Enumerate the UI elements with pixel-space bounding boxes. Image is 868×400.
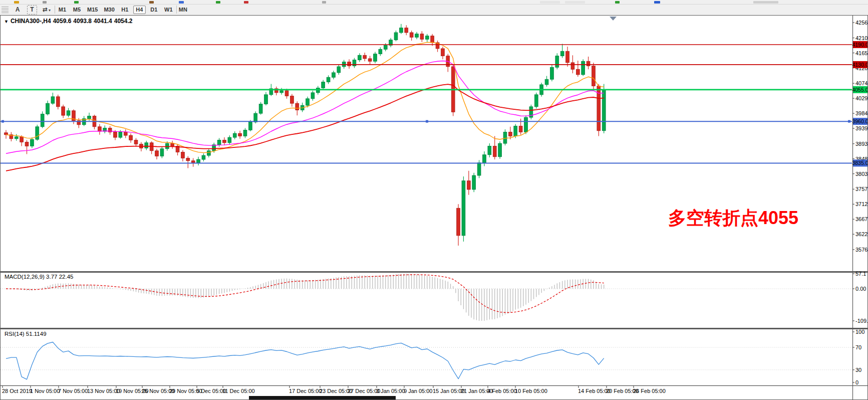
candle-up [264, 95, 268, 104]
candle-down [587, 61, 590, 66]
rsi-axis-label: 100 [855, 329, 864, 335]
rsi-axis-label: 70 [855, 344, 861, 350]
candle-up [145, 143, 148, 148]
time-axis-label: 7 Nov 05:00 [58, 388, 88, 394]
time-axis-label: 4 Feb 05:00 [487, 388, 517, 394]
candle-down [363, 55, 367, 59]
timeframe-d1-button[interactable]: D1 [148, 6, 160, 14]
candle-down [576, 69, 580, 75]
candle-down [129, 135, 133, 140]
time-axis-label: 27 Dec 05:00 [348, 388, 380, 394]
time-axis-label: 17 Dec 05:00 [289, 388, 322, 394]
candle-up [582, 61, 585, 75]
price-axis-label: 3576.0 [855, 247, 867, 253]
candle-up [560, 51, 564, 56]
candle-down [56, 97, 60, 107]
chart-annotation-text[interactable]: 多空转折点4055 [668, 206, 798, 231]
toolbar-icon-fragment [244, 1, 248, 4]
price-level-badge-label: 4130.0 [852, 62, 867, 68]
macd-axis-label: 57.1 [855, 271, 866, 277]
hline-handle[interactable] [848, 120, 850, 123]
candle-up [462, 181, 465, 236]
symbol-dropdown-icon[interactable]: ▼ [4, 19, 9, 24]
candle-up [119, 132, 122, 137]
toolbar-icon-fragment [216, 1, 220, 4]
price-axis-label: 4165.0 [855, 50, 867, 56]
timeframe-m15-button[interactable]: M15 [85, 6, 100, 14]
timeframe-h1-button[interactable]: H1 [119, 6, 131, 14]
toolbar-icon-fragment [43, 1, 47, 4]
time-axis-label: 1 Nov 05:00 [30, 388, 60, 394]
toolbar-icon-fragment [322, 1, 326, 4]
candle-up [254, 113, 257, 122]
candle-up [41, 114, 44, 126]
hline-handle[interactable] [426, 120, 428, 123]
pane-divider[interactable] [1, 328, 867, 329]
candle-down [592, 66, 596, 86]
timeframe-h4-button[interactable]: H4 [133, 6, 146, 14]
toolbar-grip-icon[interactable] [2, 6, 9, 13]
candle-up [248, 122, 252, 130]
candle-up [374, 54, 377, 62]
candle-up [555, 56, 559, 68]
text-tool-button[interactable]: T [27, 5, 37, 15]
candle-down [223, 140, 226, 142]
toolbar-icon-fragment [565, 1, 585, 4]
rsi-indicator-label: RSI(14) 51.1149 [5, 331, 47, 337]
candle-up [202, 155, 205, 159]
candle-down [410, 33, 413, 37]
macd-indicator-label: MACD(12,26,9) 3.77 22.45 [5, 274, 73, 280]
pane-divider[interactable] [1, 271, 867, 273]
candle-up [322, 82, 325, 88]
candle-down [291, 96, 294, 104]
candle-up [534, 95, 538, 107]
candle-up [425, 36, 429, 40]
font-tool-button[interactable]: A [12, 5, 23, 15]
toolbar-icon-fragment [654, 1, 660, 4]
line-studies-button[interactable]: ⇄▾ [39, 5, 54, 15]
candle-up [358, 55, 361, 60]
bar-close: 4054.2 [114, 18, 133, 25]
candle-down [431, 36, 434, 43]
price-axis-label: 3667.0 [855, 216, 867, 222]
candle-down [405, 28, 408, 33]
timeframe-mn-button[interactable]: MN [177, 6, 189, 14]
candle-down [134, 140, 138, 144]
time-axis-label: 15 Jan 05:00 [433, 388, 465, 394]
candle-down [285, 91, 288, 96]
timeframe-m5-button[interactable]: M5 [71, 6, 83, 14]
candle-up [415, 34, 419, 38]
price-level-badge-label: 4190.0 [852, 42, 867, 48]
candle-up [394, 33, 398, 40]
candle-down [25, 142, 29, 146]
candle-up [316, 88, 320, 93]
price-axis-label: 3757.0 [855, 186, 867, 192]
candle-down [191, 161, 195, 163]
candle-up [399, 28, 403, 33]
macd-name: MACD(12,26,9) [5, 274, 45, 280]
candle-down [441, 49, 445, 56]
candle-up [384, 45, 387, 49]
candle-down [493, 146, 496, 156]
timeframe-w1-button[interactable]: W1 [162, 6, 175, 14]
candle-up [36, 127, 39, 139]
candle-down [420, 34, 424, 40]
candle-up [337, 67, 341, 73]
candle-up [165, 143, 169, 149]
candle-up [15, 137, 18, 139]
timeframe-m30-button[interactable]: M30 [102, 6, 116, 14]
candle-down [519, 126, 522, 132]
timeframe-m1-button[interactable]: M1 [56, 6, 69, 14]
candle-down [186, 158, 190, 160]
rsi-axis-label: 30 [855, 367, 861, 373]
toolbar-icon-fragment [74, 1, 79, 4]
candle-down [457, 208, 460, 236]
bar-low: 4041.4 [94, 18, 112, 25]
candle-down [571, 63, 574, 69]
price-axis-label: 3622.0 [855, 231, 867, 237]
candle-down [368, 59, 372, 61]
candle-up [51, 97, 55, 103]
hline-handle[interactable] [2, 120, 4, 123]
candle-down [296, 103, 299, 110]
candle-up [503, 132, 507, 143]
